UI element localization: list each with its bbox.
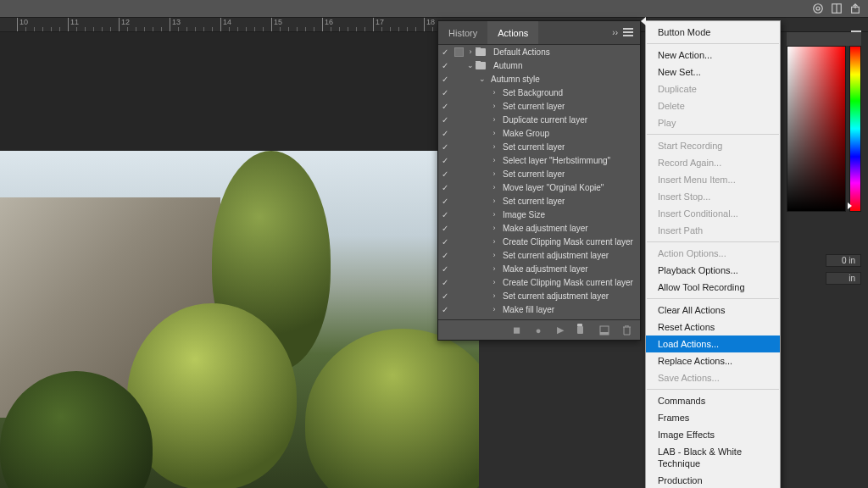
menu-item[interactable]: Playback Options... — [646, 262, 780, 279]
action-row[interactable]: ✓›Move layer "Orginal Kopie" — [438, 180, 640, 194]
tab-history[interactable]: History — [438, 21, 487, 44]
actions-list[interactable]: ✓›Default Actions✓⌄Autumn✓⌄Autumn style✓… — [438, 45, 640, 319]
action-row[interactable]: ✓›Make adjustment layer — [438, 262, 640, 275]
action-row[interactable]: ✓⌄Autumn style — [438, 72, 640, 86]
chevron-right-icon[interactable]: › — [489, 115, 499, 124]
action-row[interactable]: ✓›Set current layer — [438, 140, 640, 153]
action-toggle-checkbox[interactable]: ✓ — [438, 156, 452, 165]
menu-item[interactable]: Commands — [646, 392, 780, 409]
document-canvas[interactable] — [0, 32, 479, 488]
chevron-right-icon[interactable]: › — [489, 264, 499, 273]
action-toggle-checkbox[interactable]: ✓ — [438, 305, 452, 314]
color-saturation-field[interactable] — [787, 46, 846, 212]
trash-icon[interactable] — [621, 325, 632, 336]
chevron-right-icon[interactable]: › — [465, 47, 476, 56]
chevron-right-icon[interactable]: › — [489, 224, 499, 232]
hue-slider-marker[interactable] — [848, 202, 852, 209]
menu-item[interactable]: Production — [646, 472, 780, 488]
action-toggle-checkbox[interactable]: ✓ — [438, 183, 452, 192]
chevron-right-icon[interactable]: › — [489, 305, 499, 313]
action-row[interactable]: ✓›Create Clipping Mask current layer — [438, 275, 640, 289]
menu-item[interactable]: Reset Actions — [646, 319, 780, 336]
action-row-label: Duplicate current layer — [499, 115, 587, 125]
panel-flyout-menu-icon[interactable] — [623, 28, 633, 38]
action-toggle-checkbox[interactable]: ✓ — [438, 237, 452, 247]
ruler-tick-minor — [136, 27, 136, 31]
action-row[interactable]: ✓›Set current adjustment layer — [438, 248, 640, 262]
chevron-right-icon[interactable]: › — [489, 210, 499, 219]
action-row-content: ›Set current adjustment layer — [465, 251, 640, 260]
arrange-icon[interactable] — [831, 3, 843, 14]
action-row[interactable]: ✓›Image Size — [438, 208, 640, 221]
chevron-right-icon[interactable]: › — [489, 88, 499, 97]
chevron-down-icon[interactable]: ⌄ — [465, 61, 476, 69]
menu-item[interactable]: Clear All Actions — [646, 302, 780, 319]
action-row[interactable]: ✓›Select layer "Herbstimmung" — [438, 153, 640, 167]
action-row[interactable]: ✓›Set current layer — [438, 167, 640, 180]
action-toggle-checkbox[interactable]: ✓ — [438, 61, 452, 70]
action-toggle-checkbox[interactable]: ✓ — [438, 115, 452, 125]
share-icon[interactable] — [849, 3, 861, 14]
chevron-right-icon[interactable]: › — [489, 169, 499, 178]
action-toggle-checkbox[interactable]: ✓ — [438, 169, 452, 179]
menu-item[interactable]: Allow Tool Recording — [646, 279, 780, 296]
menu-item[interactable]: Image Effects — [646, 426, 780, 443]
stop-icon[interactable]: ◼ — [511, 325, 521, 336]
property-value-2[interactable]: in — [826, 272, 861, 285]
record-icon[interactable]: ● — [533, 325, 543, 336]
play-icon[interactable]: ▶ — [555, 325, 565, 336]
action-row[interactable]: ✓›Default Actions — [438, 45, 640, 58]
action-row[interactable]: ✓›Set Background — [438, 86, 640, 99]
action-toggle-checkbox[interactable]: ✓ — [438, 210, 452, 219]
action-row[interactable]: ✓⌄Autumn — [438, 58, 640, 72]
action-toggle-checkbox[interactable]: ✓ — [438, 224, 452, 233]
tab-actions[interactable]: Actions — [487, 21, 538, 44]
action-row[interactable]: ✓›Set current layer — [438, 194, 640, 208]
action-toggle-checkbox[interactable]: ✓ — [438, 102, 452, 111]
menu-item[interactable]: Button Mode — [646, 24, 780, 41]
action-toggle-checkbox[interactable]: ✓ — [438, 251, 452, 260]
chevron-right-icon[interactable]: › — [489, 291, 499, 300]
chevron-right-icon[interactable]: › — [489, 102, 499, 110]
collapse-panel-icon[interactable]: ›› — [612, 28, 618, 37]
chevron-right-icon[interactable]: › — [489, 251, 499, 259]
menu-item[interactable]: LAB - Black & White Technique — [646, 443, 780, 472]
chevron-right-icon[interactable]: › — [489, 129, 499, 137]
action-toggle-checkbox[interactable]: ✓ — [438, 291, 452, 301]
menu-item[interactable]: New Action... — [646, 47, 780, 64]
menu-item[interactable]: Replace Actions... — [646, 352, 780, 369]
action-toggle-checkbox[interactable]: ✓ — [438, 88, 452, 97]
action-toggle-checkbox[interactable]: ✓ — [438, 75, 452, 84]
property-value-1[interactable]: 0 in — [826, 254, 861, 267]
action-row[interactable]: ✓›Make adjustment layer — [438, 221, 640, 235]
action-row[interactable]: ✓›Create Clipping Mask current layer — [438, 235, 640, 248]
help-icon[interactable] — [812, 3, 824, 14]
menu-item[interactable]: New Set... — [646, 64, 780, 80]
chevron-right-icon[interactable]: › — [489, 197, 499, 205]
action-toggle-checkbox[interactable]: ✓ — [438, 264, 452, 274]
action-row[interactable]: ✓›Duplicate current layer — [438, 113, 640, 126]
chevron-down-icon[interactable]: ⌄ — [477, 75, 487, 83]
chevron-right-icon[interactable]: › — [489, 156, 499, 164]
action-row[interactable]: ✓›Make Group — [438, 126, 640, 140]
action-toggle-checkbox[interactable]: ✓ — [438, 47, 452, 57]
menu-item[interactable]: Load Actions... — [646, 336, 780, 352]
chevron-right-icon[interactable]: › — [489, 278, 499, 286]
action-toggle-checkbox[interactable]: ✓ — [438, 197, 452, 206]
ruler-tick-minor — [229, 27, 230, 31]
new-set-icon[interactable] — [577, 325, 587, 336]
chevron-right-icon[interactable]: › — [489, 183, 499, 191]
chevron-right-icon[interactable]: › — [489, 142, 499, 151]
action-toggle-checkbox[interactable]: ✓ — [438, 142, 452, 152]
menu-item[interactable]: Frames — [646, 409, 780, 426]
color-panel-header[interactable] — [787, 32, 861, 46]
action-toggle-checkbox[interactable]: ✓ — [438, 278, 452, 287]
action-toggle-checkbox[interactable]: ✓ — [438, 129, 452, 138]
action-dialog-toggle[interactable] — [452, 47, 465, 57]
chevron-right-icon[interactable]: › — [489, 237, 499, 246]
action-row[interactable]: ✓›Set current layer — [438, 99, 640, 113]
action-row[interactable]: ✓›Set current adjustment layer — [438, 289, 640, 302]
new-action-icon[interactable] — [599, 325, 609, 336]
action-row[interactable]: ✓›Make fill layer — [438, 302, 640, 316]
color-hue-slider[interactable] — [849, 46, 861, 212]
